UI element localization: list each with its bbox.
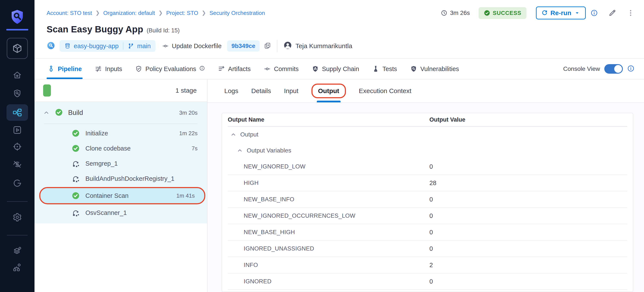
copy-icon[interactable] xyxy=(264,42,271,50)
trigger-type-icon xyxy=(46,41,55,51)
nav-pipelines-icon[interactable] xyxy=(6,104,28,121)
meta-divider xyxy=(277,40,277,52)
success-check-icon xyxy=(72,144,80,153)
stage-status-chip[interactable] xyxy=(43,84,51,97)
edit-pipeline-icon[interactable] xyxy=(608,9,616,17)
commit-message: Update Dockerfile xyxy=(162,43,222,50)
rerun-info-icon[interactable] xyxy=(590,9,598,17)
pipeline-icon xyxy=(48,65,55,73)
commit-sha[interactable]: 9b349ce xyxy=(227,40,260,52)
nav-executions-icon[interactable] xyxy=(12,125,22,135)
chevron-right-icon: ❯ xyxy=(158,10,163,16)
module-tab-bar: Pipeline Inputs Policy Evaluations Artif… xyxy=(34,59,644,79)
breadcrumb: Account: STO test ❯ Organization: defaul… xyxy=(46,10,265,17)
tab-artifacts[interactable]: Artifacts xyxy=(217,59,252,79)
stage-duration: 3m 20s xyxy=(175,109,198,116)
group-row-output[interactable]: Output xyxy=(228,126,627,142)
repo-branch-pill[interactable]: easy-buggy-app main xyxy=(60,40,156,52)
output-table-header: Output Name Output Value xyxy=(228,113,627,126)
author-name: Teja Kummarikuntla xyxy=(296,42,352,50)
rail-divider xyxy=(7,235,28,235)
more-options-icon[interactable] xyxy=(627,9,634,17)
output-row: NEW_BASE_HIGH 0 xyxy=(228,224,627,241)
nav-governance-icon[interactable] xyxy=(12,262,22,272)
nav-default-settings-icon[interactable] xyxy=(12,246,22,256)
main-area: Account: STO test ❯ Organization: defaul… xyxy=(34,0,644,292)
check-circle-icon xyxy=(484,10,490,16)
step-row[interactable]: BuildAndPushDockerRegistry_1 xyxy=(34,171,207,186)
output-value: 0 xyxy=(430,245,627,252)
tab-commits[interactable]: Commits xyxy=(263,59,299,79)
step-duration: 7s xyxy=(188,145,198,152)
policy-shield-icon xyxy=(135,65,142,73)
step-duration: 1m 22s xyxy=(175,130,198,137)
background-step-icon xyxy=(72,209,80,217)
console-view-info-icon[interactable] xyxy=(627,65,634,73)
nav-targets-icon[interactable] xyxy=(12,141,22,152)
breadcrumb-project[interactable]: Project: STO xyxy=(166,10,198,17)
tab-tests[interactable]: Tests xyxy=(371,59,398,79)
tab-logs[interactable]: Logs xyxy=(224,79,238,102)
tab-supply-chain[interactable]: Supply Chain xyxy=(311,59,360,79)
tab-policy-evaluations[interactable]: Policy Evaluations xyxy=(134,59,206,79)
tab-execution-context[interactable]: Execution Context xyxy=(359,79,411,102)
rerun-button[interactable]: Re-run xyxy=(536,7,586,20)
step-name: BuildAndPushDockerRegistry_1 xyxy=(86,175,174,182)
execution-header: Account: STO test ❯ Organization: defaul… xyxy=(34,0,644,59)
tab-inputs[interactable]: Inputs xyxy=(94,59,123,79)
output-value: 0 xyxy=(430,278,627,285)
chevron-up-icon[interactable] xyxy=(237,148,243,154)
module-active-indicator xyxy=(6,29,28,31)
output-row: NEW_IGNORED_OCCURRENCES_LOW 0 xyxy=(228,208,627,224)
nav-overview-icon[interactable] xyxy=(12,88,22,99)
breadcrumb-module[interactable]: Security Orchestration xyxy=(210,10,265,17)
step-row-selected[interactable]: Container Scan 1m 41s xyxy=(39,187,205,204)
repo-name: easy-buggy-app xyxy=(74,43,118,50)
step-row[interactable]: Initialize 1m 22s xyxy=(34,126,207,141)
output-value: 0 xyxy=(430,229,627,236)
tab-details[interactable]: Details xyxy=(251,79,271,102)
page-title: Scan Easy Buggy App xyxy=(46,24,143,35)
step-row[interactable]: Semgrep_1 xyxy=(34,156,207,171)
stage-name: Build xyxy=(68,109,83,117)
module-switcher-button[interactable] xyxy=(7,38,28,59)
nav-home-icon[interactable] xyxy=(12,70,22,80)
commits-icon xyxy=(264,65,271,73)
output-name: IGNORED_UNASSIGNED xyxy=(228,245,430,252)
step-row[interactable]: Clone codebase 7s xyxy=(34,141,207,156)
breadcrumb-organization[interactable]: Organization: default xyxy=(103,10,155,17)
tree-divider xyxy=(44,123,198,124)
group-row-output-variables[interactable]: Output Variables xyxy=(228,142,627,159)
output-name: NEW_BASE_HIGH xyxy=(228,229,430,236)
output-value: 0 xyxy=(430,212,627,219)
tab-input[interactable]: Input xyxy=(284,79,298,102)
policy-info-icon[interactable] xyxy=(199,65,205,73)
step-name: Initialize xyxy=(86,130,108,137)
output-table: Output Name Output Value Output Output V… xyxy=(222,113,633,292)
tab-output[interactable]: Output xyxy=(312,79,346,102)
chevron-up-icon[interactable] xyxy=(43,109,50,116)
console-view-label: Console View xyxy=(563,65,600,72)
supply-chain-icon xyxy=(312,65,319,73)
nav-project-settings-icon[interactable] xyxy=(12,212,22,222)
nav-exemptions-icon[interactable] xyxy=(12,159,22,170)
success-check-icon xyxy=(72,129,80,137)
module-rail xyxy=(0,0,34,292)
step-row[interactable]: OsvScanner_1 xyxy=(34,205,207,220)
breadcrumb-account[interactable]: Account: STO test xyxy=(46,10,92,17)
tab-vulnerabilities[interactable]: Vulnerabilities xyxy=(409,59,460,79)
tab-pipeline[interactable]: Pipeline xyxy=(46,59,82,79)
chevron-up-icon[interactable] xyxy=(230,131,236,137)
build-id: (Build Id: 15) xyxy=(147,27,180,34)
output-row: IGNORED_UNASSIGNED 0 xyxy=(228,241,627,257)
status-badge: SUCCESS xyxy=(478,7,527,19)
output-value: 2 xyxy=(430,261,627,269)
console-view-toggle[interactable] xyxy=(604,64,623,74)
background-step-icon xyxy=(72,175,80,183)
stage-row-build[interactable]: Build 3m 20s xyxy=(34,102,207,123)
sto-logo-icon[interactable] xyxy=(9,9,26,25)
output-row: NEW_BASE_INFO 0 xyxy=(228,191,627,208)
step-duration: 1m 41s xyxy=(172,192,195,199)
repository-icon xyxy=(64,43,71,49)
nav-get-started-icon[interactable] xyxy=(12,178,22,188)
